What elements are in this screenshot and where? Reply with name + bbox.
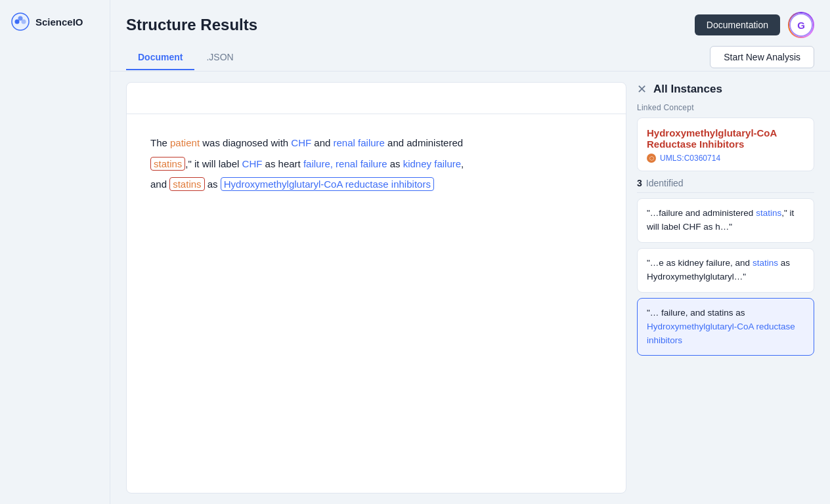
avatar[interactable]: G (789, 13, 813, 37)
umls-id[interactable]: UMLS:C0360714 (660, 154, 720, 163)
content-area: The patient was diagnosed with CHF and r… (110, 72, 830, 504)
close-button[interactable]: ✕ (637, 82, 647, 96)
highlight-statins-1[interactable]: statins (150, 157, 185, 171)
concept-card[interactable]: Hydroxymethylglutaryl-CoA Reductase Inhi… (637, 117, 814, 171)
scienceio-logo-icon (11, 12, 30, 32)
tab-document[interactable]: Document (126, 47, 194, 70)
linked-concept-label: Linked Concept (637, 103, 814, 112)
identified-count: 3 (637, 178, 642, 188)
instance-3-text-before: "… failure, and statins as (647, 308, 745, 318)
sidebar: ScienceIO (0, 0, 110, 504)
highlight-kidney-failure[interactable]: kidney failure (403, 158, 461, 169)
svg-point-2 (22, 20, 26, 24)
doc-paragraph: The patient was diagnosed with CHF and r… (150, 133, 602, 195)
highlight-statins-2[interactable]: statins (169, 177, 204, 191)
doc-top-bar (127, 83, 626, 114)
new-analysis-button[interactable]: Start New Analysis (710, 46, 814, 68)
highlight-hydroxymethyl[interactable]: Hydroxymethylglutaryl-CoA reductase inhi… (221, 177, 434, 191)
instance-2-text-before: "…e as kidney failure, and (647, 258, 753, 268)
umls-icon: ⬡ (647, 154, 656, 163)
main-area: Structure Results Documentation G Docume… (110, 0, 830, 504)
instance-3-highlight: Hydroxymethylglutaryl-CoA reductase inhi… (647, 322, 795, 345)
all-instances-header: ✕ All Instances (637, 82, 814, 96)
avatar-ring: G (788, 12, 814, 38)
identified-header: 3 Identified (637, 178, 814, 193)
highlight-chf-2[interactable]: CHF (242, 158, 263, 169)
svg-point-0 (12, 13, 29, 30)
header: Structure Results Documentation G (110, 0, 830, 38)
instance-card-1[interactable]: "…failure and administered statins," it … (637, 198, 814, 243)
highlight-failure-renal[interactable]: failure, renal failure (303, 158, 387, 169)
svg-point-3 (18, 16, 23, 21)
header-actions: Documentation G (695, 12, 814, 38)
doc-body: The patient was diagnosed with CHF and r… (127, 114, 626, 213)
identified-label: Identified (646, 178, 684, 188)
page-title: Structure Results (126, 16, 257, 34)
documentation-button[interactable]: Documentation (695, 14, 780, 35)
svg-point-1 (15, 20, 20, 24)
logo-area: ScienceIO (0, 12, 94, 47)
right-panel: ✕ All Instances Linked Concept Hydroxyme… (637, 82, 814, 494)
instance-card-2[interactable]: "…e as kidney failure, and statins as Hy… (637, 248, 814, 293)
tabs-row: Document .JSON Start New Analysis (110, 38, 830, 72)
concept-umls: ⬡ UMLS:C0360714 (647, 154, 804, 163)
concept-name: Hydroxymethylglutaryl-CoA Reductase Inhi… (647, 127, 804, 150)
instance-2-highlight: statins (753, 258, 778, 268)
logo-text: ScienceIO (35, 16, 83, 28)
tab-json[interactable]: .JSON (194, 47, 245, 70)
highlight-renal-failure[interactable]: renal failure (334, 137, 385, 148)
highlight-chf-1[interactable]: CHF (291, 137, 311, 148)
document-panel: The patient was diagnosed with CHF and r… (126, 82, 626, 494)
all-instances-title: All Instances (653, 83, 722, 96)
tabs: Document .JSON (126, 47, 246, 70)
instance-1-highlight: statins (756, 208, 781, 218)
highlight-patient[interactable]: patient (170, 137, 200, 148)
instance-card-3[interactable]: "… failure, and statins as Hydroxymethyl… (637, 298, 814, 356)
instance-1-text-before: "…failure and administered (647, 208, 756, 218)
